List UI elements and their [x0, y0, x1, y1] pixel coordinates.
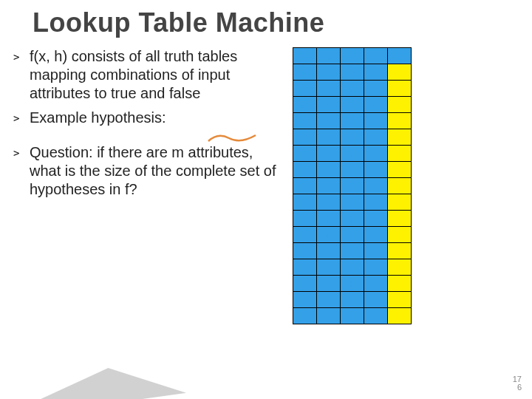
table-header-cell: X3 — [341, 48, 364, 64]
attr-cell: 1 — [317, 259, 341, 276]
attr-cell: 0 — [364, 97, 388, 113]
attr-cell: 0 — [317, 113, 341, 129]
output-cell: 0 — [388, 292, 412, 308]
attr-cell: 1 — [293, 292, 317, 308]
output-cell: 0 — [388, 146, 412, 162]
attr-cell: 0 — [341, 81, 364, 97]
attr-cell: 1 — [317, 292, 341, 308]
table-row: 11111 — [293, 308, 412, 324]
output-cell: 1 — [388, 276, 412, 292]
attr-cell: 0 — [364, 292, 388, 308]
bullet-list: > f(x, h) consists of all truth tables m… — [13, 47, 279, 324]
table-row: 11000 — [293, 259, 412, 276]
output-cell: 1 — [388, 64, 412, 81]
attr-cell: 0 — [364, 194, 388, 211]
attr-cell: 0 — [341, 64, 364, 81]
attr-cell: 1 — [317, 162, 341, 178]
attr-cell: 0 — [293, 146, 317, 162]
attr-cell: 0 — [364, 162, 388, 178]
list-item: > Question: if there are m attributes, w… — [13, 143, 279, 199]
table-row: 11100 — [293, 292, 412, 308]
output-cell: 1 — [388, 129, 412, 146]
attr-cell: 0 — [293, 178, 317, 194]
bullet-text: Question: if there are m attributes, wha… — [30, 143, 279, 199]
attr-cell: 1 — [293, 243, 317, 259]
attr-cell: 0 — [341, 276, 364, 292]
attr-cell: 0 — [317, 243, 341, 259]
attr-cell: 1 — [364, 146, 388, 162]
output-cell: 1 — [388, 162, 412, 178]
table-row: 10000 — [293, 194, 412, 211]
attr-cell: 1 — [341, 308, 364, 324]
bullet-text: Example hypothesis: — [30, 109, 279, 127]
attr-cell: 1 — [364, 276, 388, 292]
bullet-glyph: > — [13, 143, 30, 199]
attr-cell: 0 — [293, 129, 317, 146]
attr-cell: 1 — [293, 194, 317, 211]
attr-cell: 1 — [341, 243, 364, 259]
decorative-triangle — [0, 358, 186, 399]
page-number: 17 6 — [513, 375, 522, 392]
truth-table-container: X1X2X3X4Y 000010001100100001100100101010… — [279, 47, 412, 324]
attr-cell: 0 — [364, 259, 388, 276]
bullet-glyph: > — [13, 47, 30, 103]
attr-cell: 1 — [364, 178, 388, 194]
output-cell: 1 — [388, 243, 412, 259]
table-header-cell: X4 — [364, 48, 388, 64]
output-cell: 0 — [388, 113, 412, 129]
bullet-text: f(x, h) consists of all truth tables map… — [30, 47, 279, 103]
table-row: 01101 — [293, 162, 412, 178]
truth-table: X1X2X3X4Y 000010001100100001100100101010… — [293, 47, 412, 324]
attr-cell: 1 — [317, 129, 341, 146]
attr-cell: 1 — [317, 308, 341, 324]
attr-cell: 1 — [317, 146, 341, 162]
table-header-cell: X2 — [317, 48, 341, 64]
attr-cell: 0 — [341, 194, 364, 211]
output-cell: 1 — [388, 308, 412, 324]
attr-cell: 1 — [364, 211, 388, 227]
attr-cell: 1 — [317, 276, 341, 292]
attr-cell: 0 — [293, 162, 317, 178]
output-cell: 0 — [388, 259, 412, 276]
page-title: Lookup Table Machine — [0, 0, 532, 47]
attr-cell: 1 — [341, 292, 364, 308]
attr-cell: 0 — [364, 129, 388, 146]
page-number-bottom: 6 — [513, 383, 522, 392]
attr-cell: 0 — [317, 194, 341, 211]
attr-cell: 1 — [364, 81, 388, 97]
output-cell: 0 — [388, 194, 412, 211]
attr-cell: 1 — [293, 308, 317, 324]
attr-cell: 1 — [341, 97, 364, 113]
annotation-squiggle — [207, 131, 259, 146]
attr-cell: 0 — [317, 227, 341, 243]
list-item: > Example hypothesis: — [13, 109, 279, 127]
table-header-cell: Y — [388, 48, 412, 64]
attr-cell: 0 — [341, 259, 364, 276]
attr-cell: 0 — [341, 129, 364, 146]
table-row: 10111 — [293, 243, 412, 259]
attr-cell: 1 — [293, 211, 317, 227]
attr-cell: 1 — [364, 243, 388, 259]
attr-cell: 0 — [293, 64, 317, 81]
attr-cell: 1 — [317, 178, 341, 194]
table-row: 01010 — [293, 146, 412, 162]
table-row: 11011 — [293, 276, 412, 292]
attr-cell: 1 — [341, 227, 364, 243]
table-row: 00110 — [293, 113, 412, 129]
table-row: 10100 — [293, 227, 412, 243]
table-row: 01110 — [293, 178, 412, 194]
attr-cell: 1 — [364, 308, 388, 324]
attr-cell: 1 — [293, 227, 317, 243]
output-cell: 0 — [388, 97, 412, 113]
output-cell: 1 — [388, 81, 412, 97]
attr-cell: 1 — [341, 162, 364, 178]
attr-cell: 0 — [341, 211, 364, 227]
attr-cell: 0 — [293, 81, 317, 97]
bullet-glyph: > — [13, 109, 30, 127]
attr-cell: 0 — [341, 146, 364, 162]
attr-cell: 0 — [317, 81, 341, 97]
table-header-cell: X1 — [293, 48, 317, 64]
content-area: > f(x, h) consists of all truth tables m… — [0, 47, 532, 324]
table-row: 00011 — [293, 81, 412, 97]
attr-cell: 1 — [341, 178, 364, 194]
